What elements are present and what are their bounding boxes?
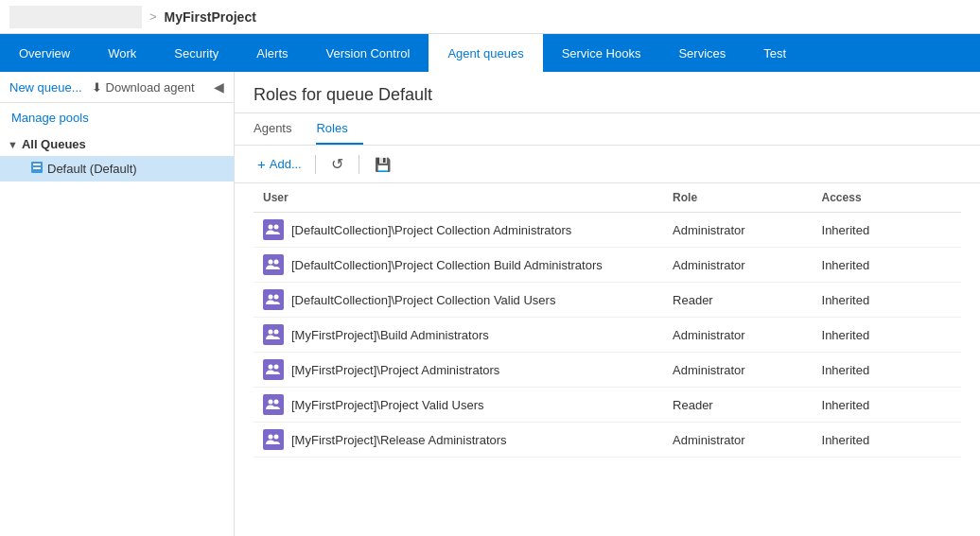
user-name: [MyFirstProject]\Project Valid Users [291,398,483,412]
svg-point-12 [274,365,279,370]
nav-tabs: Overview Work Security Alerts Version Co… [0,34,980,72]
access-cell: Inherited [813,353,961,388]
access-cell: Inherited [813,423,961,458]
svg-point-11 [269,365,273,370]
col-header-user: User [254,183,663,213]
tab-agents[interactable]: Agents [254,113,306,145]
access-cell: Inherited [813,283,961,318]
tab-overview[interactable]: Overview [0,34,89,72]
logo [9,6,142,28]
user-name: [MyFirstProject]\Project Administrators [291,363,499,377]
svg-point-5 [269,260,273,265]
content-header: Roles for queue Default [235,72,980,113]
role-cell: Administrator [663,353,812,388]
sidebar-header: New queue... ⬇ Download agent ◀ [0,72,234,103]
top-bar: > MyFirstProject [0,0,980,34]
user-group-icon [263,394,284,415]
user-name: [DefaultCollection]\Project Collection A… [291,223,571,237]
user-name: [DefaultCollection]\Project Collection B… [291,258,603,272]
svg-point-3 [269,225,273,230]
svg-point-7 [269,295,273,300]
user-cell: [DefaultCollection]\Project Collection B… [254,248,663,283]
table-row[interactable]: [MyFirstProject]\Build Administrators Ad… [254,318,961,353]
svg-point-6 [274,260,279,265]
add-button[interactable]: + Add... [254,154,306,174]
access-cell: Inherited [813,248,961,283]
new-queue-button[interactable]: New queue... [9,80,82,95]
user-group-icon [263,289,284,310]
svg-point-15 [269,435,273,440]
user-cell: [MyFirstProject]\Build Administrators [254,318,663,353]
col-header-role: Role [663,183,812,213]
tab-work[interactable]: Work [89,34,155,72]
user-cell: [MyFirstProject]\Release Administrators [254,423,663,458]
svg-point-16 [274,435,279,440]
table-row[interactable]: [MyFirstProject]\Project Administrators … [254,353,961,388]
project-name: MyFirstProject [165,9,256,25]
all-queues-item[interactable]: ▼ All Queues [0,132,234,156]
role-cell: Administrator [663,248,812,283]
user-group-icon [263,324,284,345]
all-queues-label: All Queues [22,137,86,151]
roles-table-area: User Role Access [235,183,980,536]
default-queue-label: Default (Default) [47,162,137,176]
download-agent-button[interactable]: ⬇ Download agent [92,80,195,95]
access-cell: Inherited [813,213,961,248]
user-group-icon [263,429,284,450]
tab-agent-queues[interactable]: Agent queues [429,34,542,72]
table-row[interactable]: [MyFirstProject]\Release Administrators … [254,423,961,458]
default-queue-item[interactable]: Default (Default) [0,156,234,182]
role-cell: Administrator [663,213,812,248]
user-cell: [MyFirstProject]\Project Valid Users [254,388,663,423]
toolbar: + Add... ↺ 💾 [235,146,980,183]
role-cell: Reader [663,283,812,318]
add-icon: + [257,156,266,172]
user-group-icon [263,254,284,275]
sidebar: New queue... ⬇ Download agent ◀ Manage p… [0,72,235,536]
tab-services[interactable]: Services [659,34,744,72]
svg-point-4 [274,225,279,230]
role-cell: Reader [663,388,812,423]
access-cell: Inherited [813,388,961,423]
table-row[interactable]: [MyFirstProject]\Project Valid Users Rea… [254,388,961,423]
manage-pools-link[interactable]: Manage pools [0,103,234,132]
user-cell: [DefaultCollection]\Project Collection V… [254,283,663,318]
access-cell: Inherited [813,318,961,353]
toolbar-separator [315,155,316,174]
user-group-icon [263,359,284,380]
role-cell: Administrator [663,318,812,353]
tab-roles[interactable]: Roles [316,113,362,145]
svg-point-13 [269,400,273,405]
tab-service-hooks[interactable]: Service Hooks [543,34,660,72]
undo-button[interactable]: ↺ [325,153,349,175]
tab-version-control[interactable]: Version Control [307,34,429,72]
queue-icon [30,161,44,177]
sidebar-tree: ▼ All Queues Default (Default) [0,132,234,536]
page-title: Roles for queue Default [254,85,961,105]
col-header-access: Access [813,183,961,213]
user-group-icon [263,219,284,240]
tab-alerts[interactable]: Alerts [237,34,306,72]
role-cell: Administrator [663,423,812,458]
user-cell: [MyFirstProject]\Project Administrators [254,353,663,388]
svg-point-14 [274,400,279,405]
svg-point-9 [269,330,273,335]
table-row[interactable]: [DefaultCollection]\Project Collection A… [254,213,961,248]
svg-rect-1 [33,164,41,165]
content-area: Roles for queue Default Agents Roles + A… [235,72,980,536]
tab-test[interactable]: Test [744,34,805,72]
tab-security[interactable]: Security [155,34,237,72]
svg-point-10 [274,330,279,335]
roles-table: User Role Access [254,183,961,458]
user-cell: [DefaultCollection]\Project Collection A… [254,213,663,248]
sidebar-collapse-icon[interactable]: ◀ [214,79,224,95]
save-button[interactable]: 💾 [369,155,396,174]
expand-arrow-icon: ▼ [8,139,18,150]
user-name: [MyFirstProject]\Build Administrators [291,328,489,342]
svg-point-8 [274,295,279,300]
table-row[interactable]: [DefaultCollection]\Project Collection V… [254,283,961,318]
user-name: [DefaultCollection]\Project Collection V… [291,293,555,307]
table-row[interactable]: [DefaultCollection]\Project Collection B… [254,248,961,283]
user-name: [MyFirstProject]\Release Administrators [291,433,507,447]
breadcrumb-separator: > [149,9,157,24]
